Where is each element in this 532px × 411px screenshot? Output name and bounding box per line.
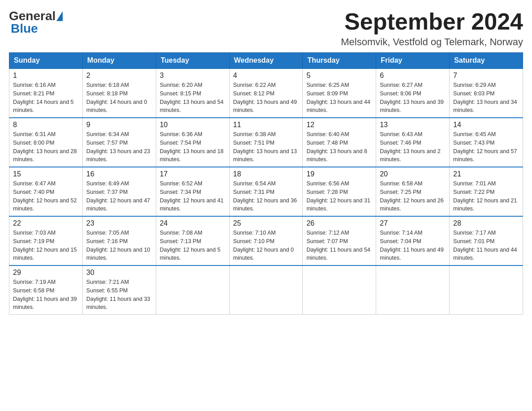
sunset-label: Sunset: 7:54 PM [160,140,201,146]
daylight-label: Daylight: 14 hours and 5 minutes. [13,99,74,114]
day-number: 15 [13,170,79,178]
day-cell-15: 15 Sunrise: 6:47 AM Sunset: 7:40 PM Dayl… [9,167,83,216]
daylight-label: Daylight: 11 hours and 39 minutes. [13,296,77,311]
daylight-label: Daylight: 12 hours and 15 minutes. [13,247,77,261]
daylight-label: Daylight: 13 hours and 44 minutes. [306,99,370,114]
daylight-label: Daylight: 12 hours and 10 minutes. [86,247,150,261]
daylight-label: Daylight: 13 hours and 34 minutes. [453,99,517,114]
sunrise-label: Sunrise: 7:10 AM [233,230,276,236]
day-cell-9: 9 Sunrise: 6:34 AM Sunset: 7:57 PM Dayli… [82,118,156,167]
day-info: Sunrise: 6:45 AM Sunset: 7:43 PM Dayligh… [453,130,519,164]
sunset-label: Sunset: 6:58 PM [13,287,54,294]
sunrise-label: Sunrise: 6:45 AM [453,131,496,137]
weekday-header-friday: Friday [376,53,450,69]
sunset-label: Sunset: 7:01 PM [453,238,494,244]
daylight-label: Daylight: 13 hours and 28 minutes. [13,148,77,163]
sunrise-label: Sunrise: 6:22 AM [233,82,276,88]
day-cell-21: 21 Sunrise: 7:01 AM Sunset: 7:22 PM Dayl… [450,167,523,216]
day-cell-19: 19 Sunrise: 6:56 AM Sunset: 7:28 PM Dayl… [303,167,376,216]
day-number: 8 [13,121,79,129]
sunrise-label: Sunrise: 6:29 AM [453,82,496,88]
sunrise-label: Sunrise: 7:19 AM [13,279,56,285]
day-cell-11: 11 Sunrise: 6:38 AM Sunset: 7:51 PM Dayl… [229,118,303,167]
daylight-label: Daylight: 11 hours and 49 minutes. [380,247,443,261]
day-info: Sunrise: 7:03 AM Sunset: 7:19 PM Dayligh… [13,229,79,262]
day-info: Sunrise: 6:40 AM Sunset: 7:48 PM Dayligh… [306,130,372,164]
day-cell-8: 8 Sunrise: 6:31 AM Sunset: 8:00 PM Dayli… [9,118,83,167]
day-info: Sunrise: 7:21 AM Sunset: 6:55 PM Dayligh… [86,278,152,312]
day-cell-16: 16 Sunrise: 6:49 AM Sunset: 7:37 PM Dayl… [82,167,156,216]
day-info: Sunrise: 6:38 AM Sunset: 7:51 PM Dayligh… [233,130,299,164]
day-cell-13: 13 Sunrise: 6:43 AM Sunset: 7:46 PM Dayl… [376,118,450,167]
daylight-label: Daylight: 12 hours and 52 minutes. [13,197,77,212]
sunrise-label: Sunrise: 6:27 AM [380,82,422,88]
sunset-label: Sunset: 7:31 PM [233,189,275,195]
day-number: 13 [380,121,446,129]
day-info: Sunrise: 6:20 AM Sunset: 8:15 PM Dayligh… [160,81,226,115]
logo-area: General Blue [9,9,64,36]
daylight-label: Daylight: 13 hours and 8 minutes. [306,148,367,163]
day-cell-25: 25 Sunrise: 7:10 AM Sunset: 7:10 PM Dayl… [229,216,303,265]
logo-blue-text: Blue [11,21,38,35]
sunrise-label: Sunrise: 6:43 AM [380,131,422,137]
daylight-label: Daylight: 12 hours and 31 minutes. [306,197,370,212]
day-cell-29: 29 Sunrise: 7:19 AM Sunset: 6:58 PM Dayl… [9,265,83,315]
day-number: 9 [86,121,152,129]
day-info: Sunrise: 6:52 AM Sunset: 7:34 PM Dayligh… [160,180,226,213]
location-title: Melsomvik, Vestfold og Telemark, Norway [341,36,523,48]
empty-cell [450,265,523,315]
sunset-label: Sunset: 7:25 PM [380,189,421,195]
day-info: Sunrise: 7:14 AM Sunset: 7:04 PM Dayligh… [380,229,446,262]
title-area: September 2024 Melsomvik, Vestfold og Te… [341,9,523,48]
day-number: 11 [233,121,299,129]
daylight-label: Daylight: 11 hours and 44 minutes. [453,247,517,261]
day-info: Sunrise: 7:12 AM Sunset: 7:07 PM Dayligh… [306,229,372,262]
sunrise-label: Sunrise: 6:25 AM [306,82,349,88]
day-info: Sunrise: 6:58 AM Sunset: 7:25 PM Dayligh… [380,180,446,213]
day-cell-27: 27 Sunrise: 7:14 AM Sunset: 7:04 PM Dayl… [376,216,450,265]
day-number: 30 [86,269,152,277]
weekday-header-saturday: Saturday [450,53,523,69]
sunset-label: Sunset: 8:00 PM [13,140,54,146]
sunset-label: Sunset: 7:19 PM [13,238,54,244]
day-number: 4 [233,72,299,80]
sunset-label: Sunset: 7:28 PM [306,189,348,195]
day-number: 28 [453,219,519,227]
sunset-label: Sunset: 7:34 PM [160,189,201,195]
day-info: Sunrise: 6:29 AM Sunset: 8:03 PM Dayligh… [453,81,519,115]
day-cell-28: 28 Sunrise: 7:17 AM Sunset: 7:01 PM Dayl… [450,216,523,265]
week-row-5: 29 Sunrise: 7:19 AM Sunset: 6:58 PM Dayl… [9,265,523,315]
weekday-header-thursday: Thursday [303,53,376,69]
weekday-header-wednesday: Wednesday [229,53,303,69]
day-cell-10: 10 Sunrise: 6:36 AM Sunset: 7:54 PM Dayl… [156,118,229,167]
sunset-label: Sunset: 8:12 PM [233,90,275,97]
day-info: Sunrise: 6:54 AM Sunset: 7:31 PM Dayligh… [233,180,299,213]
day-cell-17: 17 Sunrise: 6:52 AM Sunset: 7:34 PM Dayl… [156,167,229,216]
sunrise-label: Sunrise: 6:20 AM [160,82,202,88]
sunset-label: Sunset: 8:03 PM [453,90,494,97]
day-cell-22: 22 Sunrise: 7:03 AM Sunset: 7:19 PM Dayl… [9,216,83,265]
day-cell-4: 4 Sunrise: 6:22 AM Sunset: 8:12 PM Dayli… [229,68,303,118]
day-number: 1 [13,72,79,80]
weekday-header-monday: Monday [82,53,156,69]
daylight-label: Daylight: 13 hours and 39 minutes. [380,99,443,114]
day-number: 25 [233,219,299,227]
day-info: Sunrise: 6:34 AM Sunset: 7:57 PM Dayligh… [86,130,152,164]
sunset-label: Sunset: 8:06 PM [380,90,421,97]
sunset-label: Sunset: 7:10 PM [233,238,275,244]
weekday-header-sunday: Sunday [9,53,83,69]
week-row-4: 22 Sunrise: 7:03 AM Sunset: 7:19 PM Dayl… [9,216,523,265]
sunset-label: Sunset: 7:07 PM [306,238,348,244]
day-info: Sunrise: 6:49 AM Sunset: 7:37 PM Dayligh… [86,180,152,213]
sunset-label: Sunset: 7:22 PM [453,189,494,195]
day-number: 5 [306,72,372,80]
day-number: 27 [380,219,446,227]
day-number: 19 [306,170,372,178]
daylight-label: Daylight: 12 hours and 21 minutes. [453,197,517,212]
day-info: Sunrise: 6:22 AM Sunset: 8:12 PM Dayligh… [233,81,299,115]
sunset-label: Sunset: 7:57 PM [86,140,128,146]
day-cell-20: 20 Sunrise: 6:58 AM Sunset: 7:25 PM Dayl… [376,167,450,216]
week-row-2: 8 Sunrise: 6:31 AM Sunset: 8:00 PM Dayli… [9,118,523,167]
daylight-label: Daylight: 13 hours and 18 minutes. [160,148,223,163]
day-info: Sunrise: 7:08 AM Sunset: 7:13 PM Dayligh… [160,229,226,262]
